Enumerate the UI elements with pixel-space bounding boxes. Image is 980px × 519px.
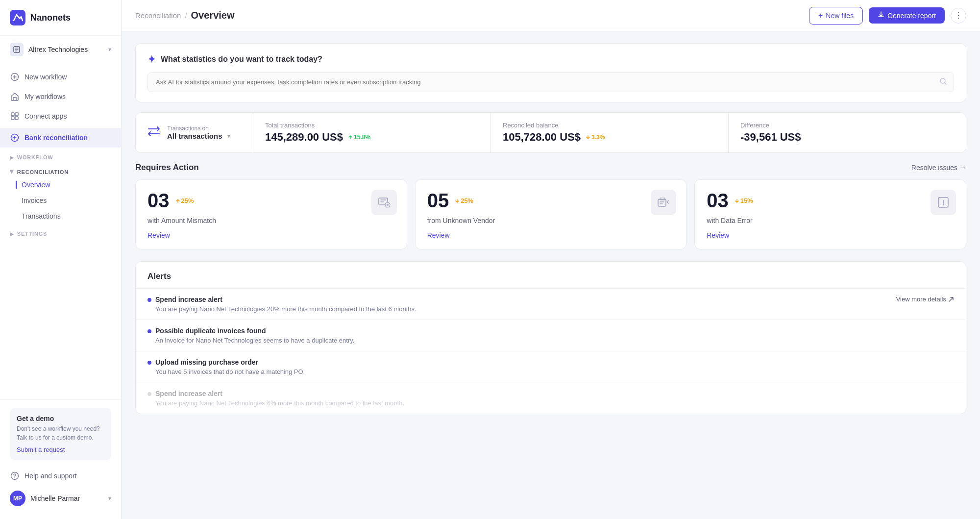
alert-item-spend-increase-2: Spend increase alert You are paying Nano… <box>136 382 966 414</box>
sidebar-item-my-workflows[interactable]: My workflows <box>0 87 121 106</box>
transactions-value: All transactions <box>167 132 222 140</box>
help-label: Help and support <box>24 472 77 480</box>
page-title: Overview <box>191 10 235 21</box>
transactions-arrow-icon <box>147 126 160 139</box>
alert-item-missing-po: Upload missing purchase order You have 5… <box>136 351 966 382</box>
alert-dot-4 <box>147 392 151 396</box>
new-files-button[interactable]: + New files <box>809 7 863 25</box>
alerts-section: Alerts Spend increase alert You are payi… <box>135 261 966 414</box>
reconciled-change-badge: 3.3% <box>586 134 605 141</box>
demo-box: Get a demo Don't see a workflow you need… <box>10 408 111 460</box>
home-icon <box>10 92 20 101</box>
total-change-badge: 15.8% <box>348 134 370 141</box>
data-error-pct: 15% <box>735 197 753 204</box>
unknown-vendor-desc: from Unknown Vendor <box>427 217 675 224</box>
company-icon <box>10 43 24 56</box>
amount-mismatch-number: 03 25% <box>147 190 395 212</box>
demo-text: Don't see a workflow you need? Talk to u… <box>17 424 104 442</box>
ai-search-icon <box>939 77 947 87</box>
settings-section-label[interactable]: ▶ SETTINGS <box>0 227 121 239</box>
sidebar-item-bank-reconciliation[interactable]: RECONCILIATION Bank reconciliation <box>0 128 121 148</box>
svg-point-9 <box>14 477 15 478</box>
alert-item-duplicate: Possible duplicate invoices found An inv… <box>136 320 966 351</box>
alert-title-2: Possible duplicate invoices found <box>155 327 266 335</box>
help-support-item[interactable]: Help and support <box>10 466 111 486</box>
alert-dot-1 <box>147 298 151 302</box>
reconciliation-subnav: Overview Invoices Transactions <box>0 177 121 224</box>
reconciliation-collapse-icon: ▶ <box>9 170 15 174</box>
action-card-data-error: 03 15% with Data Error Review <box>694 179 966 249</box>
data-error-review[interactable]: Review <box>707 231 954 239</box>
view-details-link[interactable]: View more details <box>886 296 954 303</box>
sidebar-item-connect-apps[interactable]: Connect apps <box>0 106 121 126</box>
svg-rect-6 <box>15 117 18 120</box>
reconciled-value: 105,728.00 US$ 3.3% <box>503 131 716 144</box>
alerts-title: Alerts <box>136 262 966 288</box>
submit-request-link[interactable]: Submit a request <box>17 446 104 453</box>
company-selector[interactable]: Altrex Technologies ▾ <box>0 36 121 63</box>
action-card-unknown-vendor: 05 25% from Unknown Vendor Review <box>415 179 687 249</box>
stat-transactions[interactable]: Transactions on All transactions ▾ <box>136 113 253 152</box>
transactions-label: Transactions on <box>167 125 230 132</box>
sidebar-item-new-workflow[interactable]: New workflow <box>0 67 121 87</box>
alert-desc-3: You have 5 invoices that do not have a m… <box>147 368 954 375</box>
alert-title-3: Upload missing purchase order <box>155 358 258 366</box>
alert-desc-1: You are paying Nano Net Technologies 20%… <box>147 305 886 313</box>
data-error-desc: with Data Error <box>707 217 954 224</box>
user-profile[interactable]: MP Michelle Parmar ▾ <box>10 486 111 511</box>
company-name: Altrex Technologies <box>28 46 88 53</box>
stat-total-transactions: Total transactions 145,289.00 US$ 15.8% <box>253 113 491 152</box>
amount-mismatch-review[interactable]: Review <box>147 231 395 239</box>
company-chevron-icon: ▾ <box>108 46 111 53</box>
sparkle-icon: ✦ <box>147 53 156 65</box>
stat-reconciled: Reconciled balance 105,728.00 US$ 3.3% <box>491 113 729 152</box>
svg-rect-4 <box>15 113 18 116</box>
alert-dot-2 <box>147 329 151 333</box>
resolve-issues-link[interactable]: Resolve issues → <box>911 164 966 172</box>
svg-rect-0 <box>10 10 25 25</box>
alert-item-spend-increase: Spend increase alert You are paying Nano… <box>136 288 966 320</box>
alert-desc-4: You are paying Nano Net Technologies 6% … <box>147 399 954 407</box>
help-icon <box>10 471 20 481</box>
data-error-number: 03 15% <box>707 190 954 212</box>
workflow-section-label[interactable]: ▶ WORKFLOW <box>0 150 121 162</box>
user-chevron-icon: ▾ <box>108 495 111 502</box>
connect-apps-label: Connect apps <box>24 112 67 120</box>
difference-value: -39,561 US$ <box>740 131 954 144</box>
sidebar-item-transactions[interactable]: Transactions <box>0 208 121 224</box>
ai-question-heading: ✦ What statistics do you want to track t… <box>147 53 954 65</box>
sidebar-item-invoices[interactable]: Invoices <box>0 193 121 208</box>
svg-rect-13 <box>658 199 666 206</box>
unknown-vendor-number: 05 25% <box>427 190 675 212</box>
demo-title: Get a demo <box>17 415 104 422</box>
settings-collapse-icon: ▶ <box>10 231 14 237</box>
svg-rect-5 <box>11 117 14 120</box>
topbar: Reconciliation / Overview + New files Ge… <box>122 0 980 31</box>
breadcrumb-reconciliation[interactable]: Reconciliation <box>135 11 181 20</box>
main-content: Reconciliation / Overview + New files Ge… <box>122 0 980 519</box>
sidebar-item-overview[interactable]: Overview <box>0 177 121 193</box>
sidebar-navigation: New workflow My workflows Connect apps R… <box>0 63 121 399</box>
my-workflows-label: My workflows <box>24 93 66 100</box>
unknown-vendor-pct: 25% <box>455 197 473 204</box>
unknown-vendor-review[interactable]: Review <box>427 231 675 239</box>
sidebar: Nanonets Altrex Technologies ▾ New workf… <box>0 0 122 519</box>
difference-label: Difference <box>740 122 954 129</box>
stats-row: Transactions on All transactions ▾ Total… <box>135 112 966 153</box>
user-name: Michelle Parmar <box>30 494 80 502</box>
data-error-icon-box <box>931 190 956 215</box>
alert-desc-2: An invoice for Nano Net Technologies see… <box>147 337 954 344</box>
ai-search-input[interactable] <box>147 72 954 92</box>
reconciliation-section-label[interactable]: ▶ RECONCILIATION <box>0 165 121 177</box>
workflow-collapse-icon: ▶ <box>10 155 14 160</box>
action-card-amount-mismatch: 03 25% with Amount Mismatch Review <box>135 179 407 249</box>
more-options-button[interactable]: ⋮ <box>951 8 966 24</box>
transactions-chevron-icon: ▾ <box>227 133 230 140</box>
plus-circle-icon <box>10 72 20 82</box>
user-avatar: MP <box>10 491 25 506</box>
stat-difference: Difference -39,561 US$ <box>729 113 966 152</box>
generate-report-button[interactable]: Generate report <box>869 7 945 24</box>
svg-rect-3 <box>11 113 14 116</box>
requires-action-title: Requires Action <box>135 163 199 173</box>
page-content: ✦ What statistics do you want to track t… <box>122 31 980 519</box>
